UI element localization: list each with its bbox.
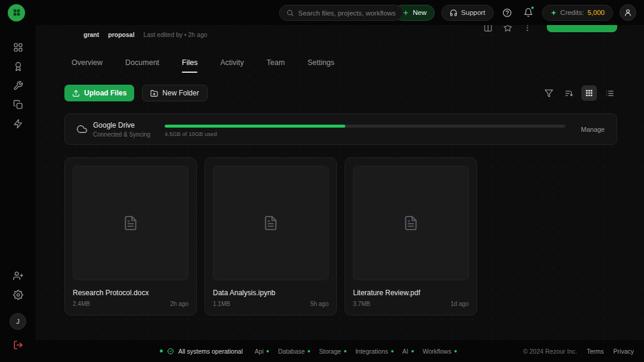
service-status-dot — [411, 350, 414, 352]
main-panel: grant proposal Last edited by • 2h ago — [36, 25, 644, 340]
topbar: New Support — [0, 0, 644, 25]
list-view-icon — [605, 89, 614, 98]
service-status-dot — [344, 350, 346, 352]
upload-files-button[interactable]: Upload Files — [64, 85, 134, 101]
privacy-link[interactable]: Privacy — [614, 348, 634, 355]
new-button-label: New — [413, 9, 426, 16]
tab-settings[interactable]: Settings — [308, 58, 335, 73]
tab-team[interactable]: Team — [267, 58, 285, 73]
service-storage[interactable]: Storage — [319, 348, 346, 355]
drive-progress-track — [165, 125, 565, 128]
tab-overview[interactable]: Overview — [72, 58, 103, 73]
sidebar-item-settings[interactable] — [9, 286, 27, 304]
file-thumbnail — [73, 166, 188, 280]
file-size: 2.4MB — [73, 301, 90, 307]
account-avatar-button[interactable] — [620, 4, 636, 21]
award-icon — [13, 61, 23, 72]
sidebar-bottom: J — [9, 267, 27, 355]
sidebar-user-avatar[interactable]: J — [10, 313, 26, 330]
service-status-dot — [391, 350, 394, 352]
sidebar-item-invite[interactable] — [9, 267, 27, 284]
filter-button[interactable] — [541, 85, 556, 101]
sidebar-item-automations[interactable] — [9, 115, 27, 132]
service-database[interactable]: Database — [278, 348, 310, 355]
header-primary-button[interactable] — [547, 25, 617, 32]
sidebar-item-projects[interactable] — [9, 95, 27, 113]
more-vertical-icon — [523, 25, 532, 32]
support-button[interactable]: Support — [441, 5, 493, 21]
folder-plus-icon — [150, 89, 158, 97]
file-time: 1d ago — [450, 301, 469, 307]
tab-document[interactable]: Document — [125, 58, 159, 73]
support-button-label: Support — [461, 9, 485, 16]
service-integrations[interactable]: Integrations — [355, 348, 394, 355]
service-ai[interactable]: AI — [402, 348, 414, 355]
notification-dot — [531, 6, 534, 10]
service-label: AI — [402, 348, 408, 355]
file-size: 1.1MB — [213, 301, 230, 307]
list-view-button[interactable] — [602, 85, 617, 101]
lightning-icon — [13, 119, 23, 129]
drive-info: Google Drive Connected & Syncing — [93, 121, 160, 138]
new-folder-button[interactable]: New Folder — [142, 85, 207, 101]
stack-icon — [13, 100, 23, 110]
notifications-button[interactable] — [521, 5, 535, 20]
file-meta: 1.1MB 5h ago — [213, 301, 329, 307]
document-header: grant proposal Last edited by • 2h ago — [83, 31, 208, 38]
new-folder-label: New Folder — [162, 89, 199, 97]
credits-button[interactable]: Credits: 5,000 — [542, 5, 613, 21]
tab-activity[interactable]: Activity — [220, 58, 244, 73]
credits-label: Credits: — [561, 9, 584, 16]
drive-manage-button[interactable]: Manage — [581, 126, 605, 133]
logout-icon — [13, 340, 23, 350]
tab-bar: Overview Document Files Activity Team Se… — [72, 58, 335, 73]
sort-button[interactable] — [561, 85, 577, 101]
service-workflows[interactable]: Workflows — [423, 348, 457, 355]
service-api[interactable]: Api — [255, 348, 269, 355]
headset-icon — [450, 9, 457, 17]
sidebar-item-awards[interactable] — [9, 57, 27, 75]
file-card[interactable]: Literature Review.pdf 3.7MB 1d ago — [345, 157, 477, 315]
footer-links: © 2024 Rezour Inc. Terms Privacy — [523, 348, 634, 355]
tools-icon — [13, 81, 23, 91]
grid-view-icon — [585, 89, 593, 97]
copyright-text: © 2024 Rezour Inc. — [523, 348, 577, 355]
app-logo[interactable] — [8, 4, 25, 21]
file-name: Research Protocol.docx — [73, 289, 188, 297]
search-input[interactable] — [298, 10, 396, 17]
last-edited-text: Last edited by • 2h ago — [144, 31, 208, 38]
sidebar-avatar-initial: J — [16, 318, 20, 325]
terms-link[interactable]: Terms — [587, 348, 604, 355]
header-more-button[interactable] — [522, 25, 532, 33]
sort-icon — [565, 89, 574, 98]
service-label: Api — [255, 348, 264, 355]
file-thumbnail — [353, 166, 469, 280]
drive-status: Connected & Syncing — [93, 131, 160, 138]
sidebar-item-dashboard[interactable] — [9, 38, 27, 56]
service-label: Workflows — [423, 348, 451, 355]
filter-icon — [544, 89, 553, 98]
drive-title: Google Drive — [93, 121, 160, 129]
tab-files[interactable]: Files — [182, 58, 197, 73]
view-controls — [541, 85, 617, 101]
header-star-button[interactable] — [502, 25, 513, 33]
header-panel-button[interactable] — [482, 25, 493, 33]
search-bar[interactable] — [279, 5, 403, 21]
file-card[interactable]: Research Protocol.docx 2.4MB 2h ago — [64, 157, 197, 315]
drive-sync-card: Google Drive Connected & Syncing 4.5GB o… — [64, 113, 617, 145]
spark-icon — [550, 10, 557, 16]
document-icon — [123, 215, 138, 231]
app-screen: New Support — [0, 0, 644, 362]
help-button[interactable] — [500, 5, 515, 20]
credits-value: 5,000 — [587, 9, 605, 16]
service-label: Database — [278, 348, 305, 355]
file-card[interactable]: Data Analysis.ipynb 1.1MB 5h ago — [205, 157, 337, 315]
status-text: All systems operational — [178, 348, 243, 355]
file-name: Literature Review.pdf — [353, 289, 469, 297]
help-circle-icon — [502, 8, 512, 18]
columns-icon — [484, 25, 493, 32]
sidebar-item-tools[interactable] — [9, 76, 27, 94]
doc-tag: grant — [83, 31, 99, 38]
logout-button[interactable] — [9, 336, 27, 354]
grid-view-button[interactable] — [581, 85, 597, 101]
